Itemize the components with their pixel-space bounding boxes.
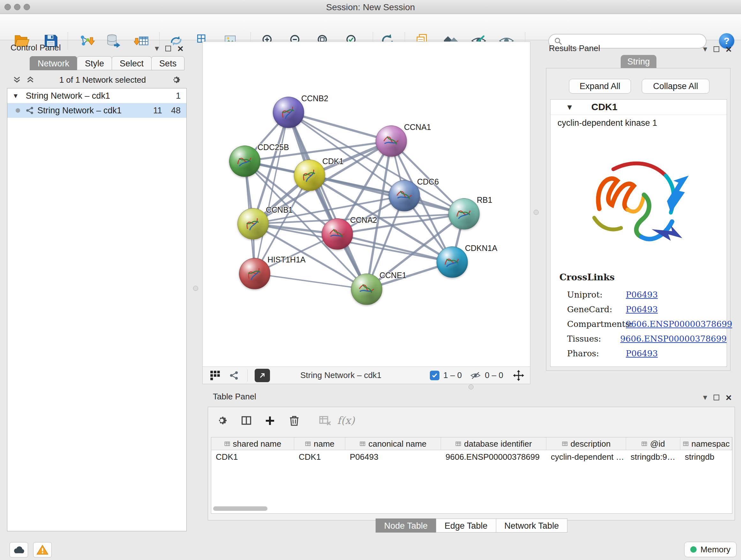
function-builder-button[interactable]: f(x)	[338, 412, 354, 429]
network-view-toolbar: String Network – cdk1 1 – 0 0 – 0	[203, 367, 530, 384]
column-label: description	[570, 439, 611, 449]
collapse-all-button[interactable]: Collapse All	[642, 79, 710, 94]
tab-network[interactable]: Network	[30, 56, 77, 70]
network-canvas[interactable]: CCNB2CCNA1CDC25BCDK1CDC6RB1CCNB1CCNA2CDK…	[203, 42, 530, 367]
panel-close-button[interactable]: ×	[726, 46, 732, 52]
protein-card: ▼ CDK1 cyclin-dependent kinase 1 CrossLi…	[550, 99, 727, 367]
network-node-cdkn1a[interactable]	[436, 246, 468, 278]
expand-all-icon[interactable]	[26, 75, 35, 84]
delete-column-button[interactable]	[286, 412, 302, 429]
edge-ccnb2-hist1h1a[interactable]	[255, 112, 288, 273]
column-header-canonical-name[interactable]: canonical name	[345, 437, 441, 450]
cell-canonical-name[interactable]: P06493	[345, 450, 441, 463]
panel-restore-button[interactable]	[714, 395, 719, 400]
panel-float-button[interactable]: ▾	[155, 44, 159, 53]
tab-network-table[interactable]: Network Table	[496, 518, 568, 533]
column-header-namespac[interactable]: namespac	[680, 437, 732, 450]
add-column-button[interactable]: +	[262, 412, 278, 429]
cell-database-identifier[interactable]: 9606.ENSP00000378699	[441, 450, 546, 463]
cell-description[interactable]: cyclin-dependent …	[546, 450, 626, 463]
crosslink-link[interactable]: 9606.ENSP00000378699	[626, 319, 732, 329]
network-name: String Network – cdk1	[26, 91, 176, 101]
memory-button[interactable]: Memory	[684, 542, 737, 557]
tab-select[interactable]: Select	[112, 56, 151, 70]
tab-node-table[interactable]: Node Table	[376, 518, 436, 533]
gear-icon[interactable]	[171, 74, 181, 85]
panel-float-button[interactable]: ▾	[703, 44, 707, 54]
splitter-handle[interactable]	[193, 286, 198, 291]
tab-edge-table[interactable]: Edge Table	[436, 518, 496, 533]
table-body: CDK1CDK1P064939606.ENSP00000378699cyclin…	[211, 450, 732, 463]
column-header-name[interactable]: name	[294, 437, 345, 450]
crosslink-link[interactable]: 9606.ENSP00000378699	[620, 334, 727, 344]
pan-move-icon[interactable]	[513, 370, 524, 381]
splitter-handle[interactable]	[534, 210, 539, 215]
hidden-eye-slash-icon	[470, 370, 481, 381]
show-columns-button[interactable]	[238, 412, 255, 429]
table-panel: Table Panel ▾ × + f(x) shared namenameca…	[206, 389, 736, 534]
tab-sets[interactable]: Sets	[151, 56, 185, 70]
hidden-count: 0 – 0	[485, 370, 503, 380]
network-tree-row[interactable]: ▼String Network – cdk11	[7, 88, 186, 103]
network-node-ccnb1[interactable]	[238, 208, 269, 240]
warning-icon	[37, 544, 49, 555]
column-type-icon	[224, 441, 230, 447]
network-node-ccna2[interactable]	[322, 219, 353, 250]
table-settings-button[interactable]	[213, 412, 230, 429]
node-label-ccna1: CCNA1	[404, 123, 431, 132]
network-node-ccnb2[interactable]	[273, 97, 304, 128]
network-selection-row: 1 of 1 Network selected	[5, 72, 189, 87]
column-type-icon	[641, 441, 648, 447]
cell-name[interactable]: CDK1	[294, 450, 345, 463]
network-node-cdc6[interactable]	[389, 180, 420, 211]
open-in-new-window-button[interactable]	[255, 369, 270, 382]
edge-cdk1-rb1[interactable]	[310, 175, 464, 214]
cloud-status-button[interactable]	[10, 542, 28, 557]
network-tree-row[interactable]: String Network – cdk11148	[7, 103, 186, 118]
node-label-cdk1: CDK1	[322, 157, 344, 166]
horizontal-scrollbar[interactable]	[213, 506, 267, 511]
expander-icon[interactable]: ▼	[12, 92, 19, 100]
network-node-hist1h1a[interactable]	[239, 258, 270, 289]
table-row[interactable]: CDK1CDK1P064939606.ENSP00000378699cyclin…	[211, 450, 732, 463]
control-panel-title: Control Panel	[10, 43, 61, 53]
edge-hist1h1a-ccne1[interactable]	[255, 273, 367, 289]
expand-all-button[interactable]: Expand All	[569, 79, 631, 94]
collapse-card-icon[interactable]: ▼	[566, 103, 574, 112]
selected-checkbox-icon[interactable]	[430, 371, 440, 380]
crosslink-label: Pharos:	[567, 349, 626, 358]
column-type-icon	[562, 441, 568, 447]
panel-restore-button[interactable]	[165, 46, 171, 51]
cell-shared-name[interactable]: CDK1	[211, 450, 294, 463]
window-title: Session: New Session	[0, 2, 741, 12]
tab-string[interactable]: String	[621, 55, 657, 68]
network-node-cdk1[interactable]	[294, 160, 325, 191]
cell-namespac[interactable]: stringdb	[680, 450, 732, 463]
column-header-@id[interactable]: @id	[626, 437, 680, 450]
cell-@id[interactable]: stringdb:9…	[626, 450, 680, 463]
network-icon[interactable]	[229, 370, 239, 381]
network-node-cdc25b[interactable]	[229, 145, 260, 177]
table-panel-title: Table Panel	[213, 392, 256, 401]
collapse-all-icon[interactable]	[12, 75, 21, 84]
crosslink-row: Pharos:P06493	[550, 346, 727, 361]
warnings-button[interactable]	[33, 542, 52, 557]
panel-close-button[interactable]: ×	[726, 395, 732, 400]
column-header-description[interactable]: description	[546, 437, 626, 450]
network-node-ccne1[interactable]	[351, 273, 382, 305]
splitter-handle[interactable]	[468, 384, 474, 389]
network-node-rb1[interactable]	[448, 198, 480, 230]
panel-restore-button[interactable]	[714, 46, 719, 52]
delete-table-button	[317, 412, 333, 429]
panel-close-button[interactable]: ×	[178, 46, 184, 51]
crosslink-link[interactable]: P06493	[626, 305, 658, 314]
tab-style[interactable]: Style	[77, 56, 112, 70]
crosslink-link[interactable]: P06493	[626, 349, 658, 358]
column-header-database-identifier[interactable]: database identifier	[441, 437, 546, 450]
crosslink-link[interactable]: P06493	[626, 290, 658, 300]
birds-eye-view-icon[interactable]	[210, 370, 220, 381]
panel-float-button[interactable]: ▾	[703, 392, 707, 402]
column-header-shared-name[interactable]: shared name	[211, 437, 294, 450]
network-node-ccna1[interactable]	[376, 125, 407, 157]
toolbar-separator	[247, 369, 248, 381]
